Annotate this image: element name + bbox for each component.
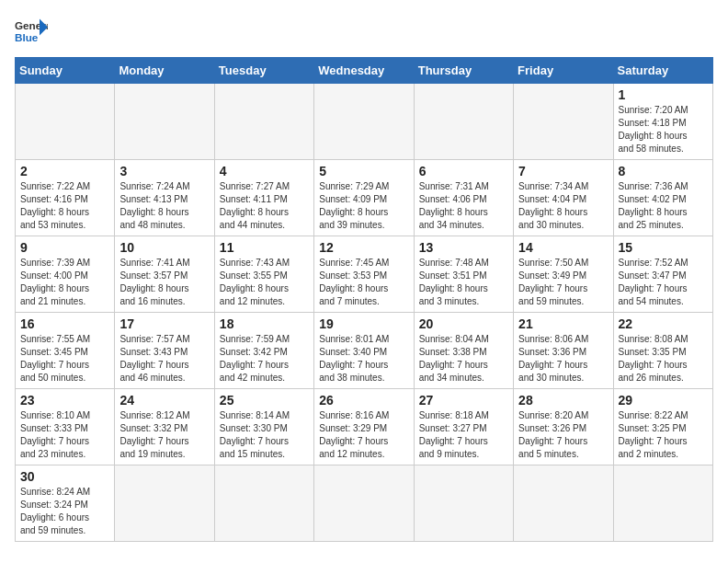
logo: General Blue — [15, 15, 48, 48]
calendar-cell: 12Sunrise: 7:45 AM Sunset: 3:53 PM Dayli… — [314, 236, 414, 313]
calendar-cell — [314, 465, 414, 542]
weekday-header-monday: Monday — [115, 58, 214, 84]
calendar-cell: 2Sunrise: 7:22 AM Sunset: 4:16 PM Daylig… — [16, 160, 115, 236]
day-number: 8 — [619, 164, 708, 178]
day-info: Sunrise: 7:55 AM Sunset: 3:45 PM Dayligh… — [20, 333, 109, 385]
calendar-cell: 23Sunrise: 8:10 AM Sunset: 3:33 PM Dayli… — [16, 389, 115, 465]
day-number: 23 — [20, 393, 109, 408]
day-number: 9 — [20, 240, 109, 255]
weekday-header-saturday: Saturday — [613, 58, 712, 84]
day-info: Sunrise: 7:59 AM Sunset: 3:42 PM Dayligh… — [220, 333, 309, 385]
day-number: 11 — [220, 240, 309, 255]
day-number: 25 — [220, 393, 309, 408]
day-info: Sunrise: 7:48 AM Sunset: 3:51 PM Dayligh… — [419, 257, 508, 308]
day-info: Sunrise: 7:50 AM Sunset: 3:49 PM Dayligh… — [518, 257, 608, 308]
weekday-header-wednesday: Wednesday — [314, 58, 414, 84]
calendar-cell: 29Sunrise: 8:22 AM Sunset: 3:25 PM Dayli… — [613, 389, 712, 465]
calendar-cell: 19Sunrise: 8:01 AM Sunset: 3:40 PM Dayli… — [314, 313, 414, 389]
day-info: Sunrise: 7:22 AM Sunset: 4:16 PM Dayligh… — [20, 180, 109, 232]
day-info: Sunrise: 8:08 AM Sunset: 3:35 PM Dayligh… — [619, 333, 708, 385]
calendar-cell — [115, 465, 214, 542]
calendar-week-row: 30Sunrise: 8:24 AM Sunset: 3:24 PM Dayli… — [16, 465, 713, 542]
weekday-header-tuesday: Tuesday — [214, 58, 313, 84]
day-number: 22 — [619, 316, 708, 331]
day-number: 29 — [619, 393, 708, 408]
calendar-week-row: 9Sunrise: 7:39 AM Sunset: 4:00 PM Daylig… — [16, 236, 713, 313]
calendar-cell: 22Sunrise: 8:08 AM Sunset: 3:35 PM Dayli… — [613, 313, 712, 389]
calendar-cell: 24Sunrise: 8:12 AM Sunset: 3:32 PM Dayli… — [115, 389, 214, 465]
day-info: Sunrise: 7:39 AM Sunset: 4:00 PM Dayligh… — [20, 257, 109, 308]
day-number: 26 — [319, 393, 408, 408]
day-info: Sunrise: 8:22 AM Sunset: 3:25 PM Dayligh… — [619, 409, 708, 461]
day-number: 28 — [518, 393, 608, 408]
day-number: 10 — [119, 240, 209, 255]
generalblue-logo-icon: General Blue — [15, 15, 48, 48]
day-info: Sunrise: 8:24 AM Sunset: 3:24 PM Dayligh… — [20, 486, 109, 537]
calendar-cell — [214, 84, 313, 160]
day-number: 15 — [619, 240, 708, 255]
calendar-cell — [613, 465, 712, 542]
calendar-cell: 10Sunrise: 7:41 AM Sunset: 3:57 PM Dayli… — [115, 236, 214, 313]
calendar-cell — [115, 84, 214, 160]
calendar-table: SundayMondayTuesdayWednesdayThursdayFrid… — [15, 57, 713, 542]
calendar-cell: 13Sunrise: 7:48 AM Sunset: 3:51 PM Dayli… — [414, 236, 513, 313]
calendar-cell: 18Sunrise: 7:59 AM Sunset: 3:42 PM Dayli… — [214, 313, 313, 389]
calendar-cell: 15Sunrise: 7:52 AM Sunset: 3:47 PM Dayli… — [613, 236, 712, 313]
calendar-week-row: 16Sunrise: 7:55 AM Sunset: 3:45 PM Dayli… — [16, 313, 713, 389]
day-info: Sunrise: 7:24 AM Sunset: 4:13 PM Dayligh… — [119, 180, 209, 232]
day-info: Sunrise: 7:57 AM Sunset: 3:43 PM Dayligh… — [119, 333, 209, 385]
day-info: Sunrise: 8:18 AM Sunset: 3:27 PM Dayligh… — [419, 409, 508, 461]
day-info: Sunrise: 8:10 AM Sunset: 3:33 PM Dayligh… — [20, 409, 109, 461]
calendar-cell: 11Sunrise: 7:43 AM Sunset: 3:55 PM Dayli… — [214, 236, 313, 313]
calendar-cell: 3Sunrise: 7:24 AM Sunset: 4:13 PM Daylig… — [115, 160, 214, 236]
day-info: Sunrise: 7:27 AM Sunset: 4:11 PM Dayligh… — [220, 180, 309, 232]
calendar-cell — [414, 84, 513, 160]
page-header: General Blue — [15, 15, 713, 48]
day-info: Sunrise: 8:12 AM Sunset: 3:32 PM Dayligh… — [119, 409, 209, 461]
calendar-cell: 4Sunrise: 7:27 AM Sunset: 4:11 PM Daylig… — [214, 160, 313, 236]
calendar-cell: 27Sunrise: 8:18 AM Sunset: 3:27 PM Dayli… — [414, 389, 513, 465]
calendar-cell: 14Sunrise: 7:50 AM Sunset: 3:49 PM Dayli… — [514, 236, 613, 313]
calendar-cell: 20Sunrise: 8:04 AM Sunset: 3:38 PM Dayli… — [414, 313, 513, 389]
weekday-header-friday: Friday — [514, 58, 613, 84]
calendar-cell: 30Sunrise: 8:24 AM Sunset: 3:24 PM Dayli… — [16, 465, 115, 542]
day-info: Sunrise: 7:36 AM Sunset: 4:02 PM Dayligh… — [619, 180, 708, 232]
day-info: Sunrise: 8:16 AM Sunset: 3:29 PM Dayligh… — [319, 409, 408, 461]
calendar-cell: 6Sunrise: 7:31 AM Sunset: 4:06 PM Daylig… — [414, 160, 513, 236]
day-number: 24 — [119, 393, 209, 408]
day-info: Sunrise: 7:29 AM Sunset: 4:09 PM Dayligh… — [319, 180, 408, 232]
weekday-header-sunday: Sunday — [16, 58, 115, 84]
day-number: 18 — [220, 316, 309, 331]
calendar-cell: 16Sunrise: 7:55 AM Sunset: 3:45 PM Dayli… — [16, 313, 115, 389]
calendar-cell — [214, 465, 313, 542]
calendar-cell: 5Sunrise: 7:29 AM Sunset: 4:09 PM Daylig… — [314, 160, 414, 236]
day-info: Sunrise: 8:20 AM Sunset: 3:26 PM Dayligh… — [518, 409, 608, 461]
calendar-cell: 25Sunrise: 8:14 AM Sunset: 3:30 PM Dayli… — [214, 389, 313, 465]
calendar-cell — [414, 465, 513, 542]
calendar-week-row: 2Sunrise: 7:22 AM Sunset: 4:16 PM Daylig… — [16, 160, 713, 236]
day-number: 30 — [20, 469, 109, 484]
day-number: 5 — [319, 164, 408, 178]
day-number: 19 — [319, 316, 408, 331]
day-number: 14 — [518, 240, 608, 255]
day-number: 6 — [419, 164, 508, 178]
day-number: 7 — [518, 164, 608, 178]
calendar-cell: 7Sunrise: 7:34 AM Sunset: 4:04 PM Daylig… — [514, 160, 613, 236]
calendar-cell: 9Sunrise: 7:39 AM Sunset: 4:00 PM Daylig… — [16, 236, 115, 313]
day-info: Sunrise: 8:14 AM Sunset: 3:30 PM Dayligh… — [220, 409, 309, 461]
calendar-week-row: 1Sunrise: 7:20 AM Sunset: 4:18 PM Daylig… — [16, 84, 713, 160]
day-number: 21 — [518, 316, 608, 331]
calendar-cell: 1Sunrise: 7:20 AM Sunset: 4:18 PM Daylig… — [613, 84, 712, 160]
calendar-cell — [16, 84, 115, 160]
day-info: Sunrise: 7:52 AM Sunset: 3:47 PM Dayligh… — [619, 257, 708, 308]
day-info: Sunrise: 7:20 AM Sunset: 4:18 PM Dayligh… — [619, 104, 708, 155]
day-info: Sunrise: 7:43 AM Sunset: 3:55 PM Dayligh… — [220, 257, 309, 308]
day-info: Sunrise: 7:41 AM Sunset: 3:57 PM Dayligh… — [119, 257, 209, 308]
day-info: Sunrise: 7:31 AM Sunset: 4:06 PM Dayligh… — [419, 180, 508, 232]
weekday-header-thursday: Thursday — [414, 58, 513, 84]
calendar-week-row: 23Sunrise: 8:10 AM Sunset: 3:33 PM Dayli… — [16, 389, 713, 465]
weekday-header-row: SundayMondayTuesdayWednesdayThursdayFrid… — [16, 58, 713, 84]
calendar-cell: 28Sunrise: 8:20 AM Sunset: 3:26 PM Dayli… — [514, 389, 613, 465]
day-number: 17 — [119, 316, 209, 331]
day-info: Sunrise: 8:01 AM Sunset: 3:40 PM Dayligh… — [319, 333, 408, 385]
